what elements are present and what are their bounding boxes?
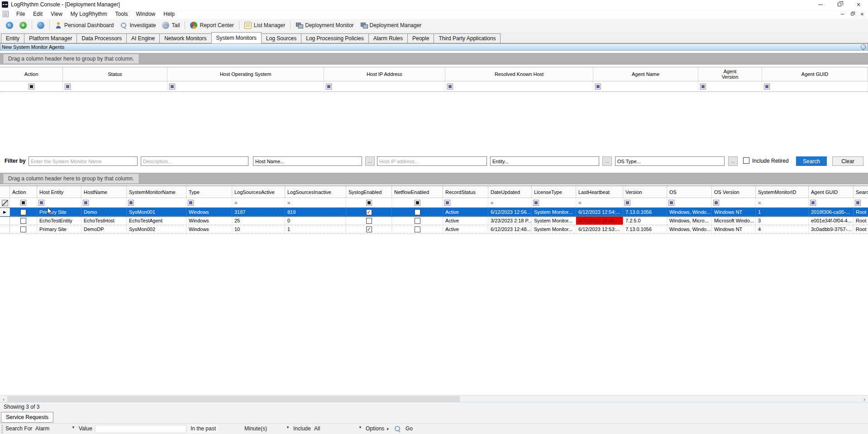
filter-button[interactable]	[595, 84, 601, 90]
filter-button[interactable]	[188, 200, 194, 206]
row-selector[interactable]	[0, 217, 10, 225]
column-header-hostname[interactable]: HostName	[81, 186, 127, 198]
tab-people[interactable]: People	[407, 33, 434, 43]
toolbar-grip[interactable]	[1, 425, 3, 433]
equals-filter-icon[interactable]: =	[234, 200, 237, 206]
column-header-status[interactable]: Status	[63, 67, 167, 81]
syslogenabled-checkbox[interactable]	[366, 218, 372, 224]
toolbar-button-tail[interactable]: Tail	[159, 20, 183, 30]
tab-ai-engine[interactable]: AI Engine	[126, 33, 160, 43]
column-header-resolved-known-host[interactable]: Resolved Known Host	[445, 67, 593, 81]
options-dropdown[interactable]: Options ▼	[366, 425, 390, 432]
tab-third-party-applications[interactable]: Third Party Applications	[434, 33, 501, 43]
filter-button[interactable]	[668, 200, 674, 206]
column-header-systemmonitorname[interactable]: SystemMonitorName	[127, 186, 186, 198]
scrollbar-thumb[interactable]	[7, 396, 460, 402]
toolbar-button-list-manager[interactable]: List Manager	[241, 20, 288, 30]
column-header-host-operating-system[interactable]: Host Operating System	[167, 67, 324, 81]
filter-button[interactable]	[415, 200, 420, 206]
tab-platform-manager[interactable]: Platform Manager	[24, 33, 77, 43]
time-unit-dropdown[interactable]: Minute(s)▼	[244, 425, 290, 432]
table-row[interactable]: ▶Primary SiteDemoSysMon001Windows3187819…	[0, 208, 868, 217]
go-button[interactable]: Go	[405, 425, 413, 432]
tab-network-monitors[interactable]: Network Monitors	[159, 33, 211, 43]
filter-button[interactable]	[447, 84, 453, 90]
filter-button[interactable]	[128, 200, 134, 206]
filter-button[interactable]	[810, 200, 816, 206]
filter-button[interactable]	[713, 200, 719, 206]
filter-button[interactable]	[20, 200, 26, 206]
monitor-name-input[interactable]	[29, 156, 138, 166]
tab-data-processors[interactable]: Data Processors	[76, 33, 127, 43]
netflowenabled-checkbox[interactable]	[415, 226, 420, 232]
column-header-agent-version[interactable]: Agent Version	[698, 67, 762, 81]
syslogenabled-checkbox[interactable]: ✓	[366, 226, 372, 232]
equals-filter-icon[interactable]: =	[757, 200, 761, 206]
menu-tools[interactable]: Tools	[111, 10, 132, 18]
os-type-input[interactable]	[615, 156, 725, 166]
row-select-checkbox[interactable]	[20, 218, 26, 224]
filter-button[interactable]	[326, 84, 332, 90]
description-input[interactable]	[141, 156, 248, 166]
row-selector[interactable]	[0, 225, 10, 233]
column-header-action[interactable]: Action	[10, 186, 37, 198]
filter-button[interactable]	[533, 200, 539, 206]
toolbar-button-personal-dashboard[interactable]: Personal Dashboard	[52, 20, 117, 30]
filter-button[interactable]	[625, 200, 630, 206]
menu-window[interactable]: Window	[132, 10, 160, 18]
toolbar-button[interactable]	[16, 20, 30, 30]
mdi-minimize-button[interactable]	[839, 11, 845, 17]
clear-button[interactable]: Clear	[832, 156, 863, 166]
table-row[interactable]: Primary SiteDemoDPSysMon002Windows101✓Ac…	[0, 225, 868, 234]
tab-alarm-rules[interactable]: Alarm Rules	[368, 33, 408, 43]
column-header-recordstatus[interactable]: RecordStatus	[443, 186, 488, 198]
column-header-action[interactable]: Action	[0, 67, 63, 81]
host-name-picker-button[interactable]: ...	[365, 156, 375, 166]
filter-button[interactable]	[29, 84, 34, 90]
edit-filter-icon[interactable]	[2, 200, 8, 206]
toolbar-button-investigate[interactable]: Investigate	[117, 20, 159, 30]
row-select-checkbox[interactable]	[20, 209, 26, 215]
filter-button[interactable]	[855, 200, 861, 206]
column-header-agent-name[interactable]: Agent Name	[593, 67, 698, 81]
filter-button[interactable]	[83, 200, 89, 206]
equals-filter-icon[interactable]: =	[490, 200, 493, 206]
column-header-licensetype[interactable]: LicenseType	[532, 186, 576, 198]
menu-file[interactable]: File	[12, 10, 29, 18]
column-header-dateupdated[interactable]: DateUpdated	[488, 186, 532, 198]
column-header-agent-guid[interactable]: Agent GUID	[809, 186, 854, 198]
value-input[interactable]	[95, 425, 186, 433]
minimize-button[interactable]	[811, 0, 830, 9]
column-header-type[interactable]: Type	[186, 186, 232, 198]
row-selector[interactable]: ▶	[0, 208, 10, 216]
menu-view[interactable]: View	[47, 10, 67, 18]
pin-icon[interactable]	[861, 44, 866, 50]
close-button[interactable]: ✕	[849, 0, 868, 9]
host-ip-input[interactable]	[377, 156, 487, 166]
toolbar-button[interactable]	[34, 20, 48, 30]
horizontal-scrollbar[interactable]: ‹ ›	[0, 395, 868, 402]
column-header-host-ip-address[interactable]: Host IP Address	[324, 67, 445, 81]
mdi-close-button[interactable]: ✕	[859, 11, 865, 17]
menu-edit[interactable]: Edit	[29, 10, 47, 18]
entity-input[interactable]	[490, 156, 599, 166]
restore-button[interactable]	[830, 0, 849, 9]
filter-button[interactable]	[38, 200, 44, 206]
filter-button[interactable]	[700, 84, 706, 90]
os-type-picker-button[interactable]: ...	[728, 156, 738, 166]
column-header-netflowenabled[interactable]: NetflowEnabled	[392, 186, 443, 198]
toolbar-button-report-center[interactable]: Report Center	[187, 20, 237, 30]
column-header-version[interactable]: Version	[623, 186, 667, 198]
column-header-logsourcesactive[interactable]: LogSourcesActive	[232, 186, 285, 198]
search-for-dropdown[interactable]: Alarm▼	[35, 425, 75, 432]
filter-button[interactable]	[444, 200, 450, 206]
column-header-os[interactable]: OS	[667, 186, 712, 198]
column-header-systemmonitorid[interactable]: SystemMonitorID	[756, 186, 809, 198]
include-retired-checkbox[interactable]	[743, 157, 749, 164]
netflowenabled-checkbox[interactable]	[415, 218, 420, 224]
equals-filter-icon[interactable]: =	[286, 200, 290, 206]
column-header-logsourcesinactive[interactable]: LogSourcesInactive	[285, 186, 346, 198]
menu-help[interactable]: Help	[159, 10, 179, 18]
filter-button[interactable]	[65, 84, 71, 90]
column-header-searc[interactable]: Searc	[854, 186, 868, 198]
